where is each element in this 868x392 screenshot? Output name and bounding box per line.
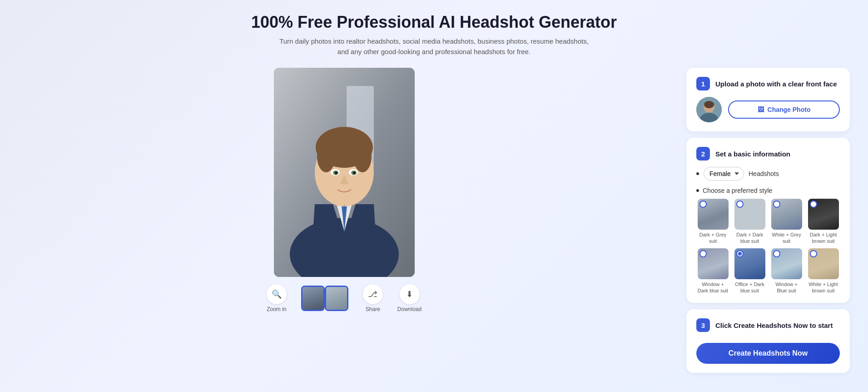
radio-2 — [736, 201, 744, 208]
style-caption-1: Dark + Grey suit — [696, 231, 729, 245]
style-row: Choose a preferred style — [696, 187, 840, 194]
radio-4 — [810, 201, 817, 208]
left-panel: 🔍 Zoom in ⎇ Share ⬇ — [18, 68, 670, 312]
style-thumb-1 — [698, 199, 729, 230]
page-subtitle: Turn daily photos into realtor headshots… — [275, 36, 593, 57]
style-item-4[interactable]: Dark + Light brown suit — [807, 199, 840, 245]
style-item-1[interactable]: Dark + Grey suit — [696, 199, 729, 245]
style-caption-5: Window + Dark blue suit — [696, 281, 729, 294]
image-icon: 🖼 — [758, 106, 764, 113]
portrait-image — [274, 68, 415, 277]
style-item-3[interactable]: White + Grey suit — [770, 199, 803, 245]
share-icon: ⎇ — [363, 284, 383, 304]
step-2-card: 2 Set a basic information Female Male He… — [686, 138, 850, 303]
svg-point-17 — [335, 171, 337, 174]
svg-point-18 — [353, 171, 356, 174]
style-caption-3: White + Grey suit — [770, 231, 803, 245]
style-item-7[interactable]: Window + Blue suit — [770, 248, 803, 294]
radio-8 — [810, 250, 817, 257]
style-item-2[interactable]: Dark + Dark blue suit — [733, 199, 766, 245]
page-header: 100% Free Professional AI Headshot Gener… — [18, 13, 850, 57]
step-3-title: Click Create Headshots Now to start — [715, 322, 833, 329]
style-item-5[interactable]: Window + Dark blue suit — [696, 248, 729, 294]
avatar — [696, 97, 722, 122]
step-3-number: 3 — [696, 318, 710, 332]
radio-7 — [773, 250, 780, 257]
step-3-header: 3 Click Create Headshots Now to start — [696, 318, 840, 332]
radio-3 — [773, 201, 780, 208]
step-2-title: Set a basic information — [715, 150, 790, 158]
style-item-8[interactable]: White + Light brown suit — [807, 248, 840, 294]
step-1-card: 1 Upload a photo with a clear front face — [686, 68, 850, 131]
radio-5 — [699, 250, 707, 257]
headshots-label: Headshots — [749, 170, 779, 177]
gender-row: Female Male Headshots — [696, 167, 840, 181]
svg-point-23 — [704, 101, 714, 108]
style-thumb-5 — [698, 248, 729, 279]
radio-6 — [736, 250, 744, 257]
style-item-6[interactable]: Office + Dark blue suit — [733, 248, 766, 294]
photo-toolbar: 🔍 Zoom in ⎇ Share ⬇ — [267, 284, 422, 312]
thumbnail-group[interactable] — [301, 286, 348, 311]
style-thumb-8 — [808, 248, 839, 279]
thumbnail-1[interactable] — [301, 286, 325, 311]
style-thumb-6 — [734, 248, 765, 279]
style-thumb-4 — [808, 199, 839, 230]
download-button[interactable]: ⬇ Download — [397, 284, 422, 312]
svg-point-12 — [353, 141, 372, 172]
style-caption-7: Window + Blue suit — [770, 281, 803, 294]
upload-section: 🖼 Change Photo — [696, 97, 840, 122]
avatar-image — [696, 97, 722, 122]
style-grid: Dark + Grey suit Dark + Dark blue suit — [696, 199, 840, 294]
svg-point-11 — [317, 141, 335, 172]
photo-preview — [274, 68, 415, 277]
style-thumb-3 — [771, 199, 802, 230]
style-thumb-2 — [734, 199, 765, 230]
step-1-title: Upload a photo with a clear front face — [715, 80, 837, 88]
create-headshots-button[interactable]: Create Headshots Now — [696, 343, 840, 364]
zoom-in-button[interactable]: 🔍 Zoom in — [267, 284, 287, 312]
right-panel: 1 Upload a photo with a clear front face — [686, 68, 850, 373]
style-caption-2: Dark + Dark blue suit — [733, 231, 766, 245]
download-icon: ⬇ — [400, 284, 420, 304]
step-1-header: 1 Upload a photo with a clear front face — [696, 77, 840, 90]
step-1-number: 1 — [696, 77, 710, 90]
bullet-style — [696, 189, 699, 192]
gender-select[interactable]: Female Male — [704, 167, 744, 181]
share-button[interactable]: ⎇ Share — [363, 284, 383, 312]
style-thumb-7 — [771, 248, 802, 279]
step-2-number: 2 — [696, 147, 710, 161]
thumbnail-2[interactable] — [325, 286, 348, 311]
style-section-label: Choose a preferred style — [703, 187, 772, 194]
style-caption-8: White + Light brown suit — [807, 281, 840, 294]
style-caption-6: Office + Dark blue suit — [733, 281, 766, 294]
page-title: 100% Free Professional AI Headshot Gener… — [18, 13, 850, 32]
zoom-icon: 🔍 — [267, 284, 287, 304]
radio-1 — [699, 201, 707, 208]
step-2-header: 2 Set a basic information — [696, 147, 840, 161]
change-photo-button[interactable]: 🖼 Change Photo — [728, 101, 840, 119]
bullet-gender — [696, 172, 699, 175]
main-content: 🔍 Zoom in ⎇ Share ⬇ — [18, 68, 850, 373]
step-3-card: 3 Click Create Headshots Now to start Cr… — [686, 309, 850, 373]
style-caption-4: Dark + Light brown suit — [807, 231, 840, 245]
